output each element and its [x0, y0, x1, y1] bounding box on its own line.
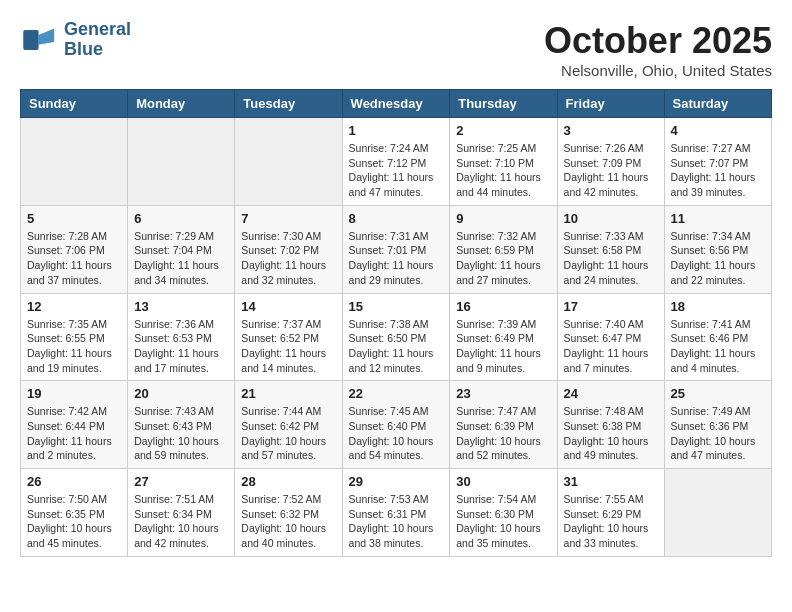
weekday-header-wednesday: Wednesday [342, 90, 450, 118]
day-info: Sunrise: 7:43 AM Sunset: 6:43 PM Dayligh… [134, 404, 228, 463]
calendar-cell: 1Sunrise: 7:24 AM Sunset: 7:12 PM Daylig… [342, 118, 450, 206]
day-info: Sunrise: 7:53 AM Sunset: 6:31 PM Dayligh… [349, 492, 444, 551]
day-info: Sunrise: 7:41 AM Sunset: 6:46 PM Dayligh… [671, 317, 765, 376]
calendar-cell [128, 118, 235, 206]
day-number: 20 [134, 386, 228, 401]
svg-marker-3 [38, 28, 54, 44]
calendar-cell: 9Sunrise: 7:32 AM Sunset: 6:59 PM Daylig… [450, 205, 557, 293]
title-block: October 2025 Nelsonville, Ohio, United S… [544, 20, 772, 79]
day-info: Sunrise: 7:55 AM Sunset: 6:29 PM Dayligh… [564, 492, 658, 551]
day-info: Sunrise: 7:42 AM Sunset: 6:44 PM Dayligh… [27, 404, 121, 463]
weekday-header-sunday: Sunday [21, 90, 128, 118]
day-number: 29 [349, 474, 444, 489]
weekday-header-row: SundayMondayTuesdayWednesdayThursdayFrid… [21, 90, 772, 118]
calendar-cell: 29Sunrise: 7:53 AM Sunset: 6:31 PM Dayli… [342, 469, 450, 557]
page-header: General Blue October 2025 Nelsonville, O… [20, 20, 772, 79]
logo-text: General Blue [64, 20, 131, 60]
day-number: 26 [27, 474, 121, 489]
calendar-cell: 25Sunrise: 7:49 AM Sunset: 6:36 PM Dayli… [664, 381, 771, 469]
day-number: 7 [241, 211, 335, 226]
day-info: Sunrise: 7:52 AM Sunset: 6:32 PM Dayligh… [241, 492, 335, 551]
svg-rect-1 [24, 30, 38, 49]
day-number: 28 [241, 474, 335, 489]
day-number: 4 [671, 123, 765, 138]
calendar-cell [664, 469, 771, 557]
calendar-cell: 16Sunrise: 7:39 AM Sunset: 6:49 PM Dayli… [450, 293, 557, 381]
day-number: 18 [671, 299, 765, 314]
calendar-cell: 8Sunrise: 7:31 AM Sunset: 7:01 PM Daylig… [342, 205, 450, 293]
day-number: 12 [27, 299, 121, 314]
calendar-table: SundayMondayTuesdayWednesdayThursdayFrid… [20, 89, 772, 557]
weekday-header-saturday: Saturday [664, 90, 771, 118]
calendar-cell: 19Sunrise: 7:42 AM Sunset: 6:44 PM Dayli… [21, 381, 128, 469]
day-info: Sunrise: 7:26 AM Sunset: 7:09 PM Dayligh… [564, 141, 658, 200]
calendar-cell: 5Sunrise: 7:28 AM Sunset: 7:06 PM Daylig… [21, 205, 128, 293]
calendar-cell: 24Sunrise: 7:48 AM Sunset: 6:38 PM Dayli… [557, 381, 664, 469]
calendar-cell: 30Sunrise: 7:54 AM Sunset: 6:30 PM Dayli… [450, 469, 557, 557]
weekday-header-friday: Friday [557, 90, 664, 118]
calendar-cell: 28Sunrise: 7:52 AM Sunset: 6:32 PM Dayli… [235, 469, 342, 557]
day-info: Sunrise: 7:25 AM Sunset: 7:10 PM Dayligh… [456, 141, 550, 200]
day-number: 9 [456, 211, 550, 226]
calendar-cell: 31Sunrise: 7:55 AM Sunset: 6:29 PM Dayli… [557, 469, 664, 557]
day-info: Sunrise: 7:45 AM Sunset: 6:40 PM Dayligh… [349, 404, 444, 463]
weekday-header-thursday: Thursday [450, 90, 557, 118]
calendar-cell: 3Sunrise: 7:26 AM Sunset: 7:09 PM Daylig… [557, 118, 664, 206]
calendar-week-row: 5Sunrise: 7:28 AM Sunset: 7:06 PM Daylig… [21, 205, 772, 293]
day-info: Sunrise: 7:37 AM Sunset: 6:52 PM Dayligh… [241, 317, 335, 376]
day-info: Sunrise: 7:44 AM Sunset: 6:42 PM Dayligh… [241, 404, 335, 463]
day-info: Sunrise: 7:51 AM Sunset: 6:34 PM Dayligh… [134, 492, 228, 551]
day-info: Sunrise: 7:33 AM Sunset: 6:58 PM Dayligh… [564, 229, 658, 288]
day-info: Sunrise: 7:38 AM Sunset: 6:50 PM Dayligh… [349, 317, 444, 376]
day-info: Sunrise: 7:32 AM Sunset: 6:59 PM Dayligh… [456, 229, 550, 288]
calendar-cell: 23Sunrise: 7:47 AM Sunset: 6:39 PM Dayli… [450, 381, 557, 469]
day-info: Sunrise: 7:24 AM Sunset: 7:12 PM Dayligh… [349, 141, 444, 200]
calendar-cell: 26Sunrise: 7:50 AM Sunset: 6:35 PM Dayli… [21, 469, 128, 557]
month-title: October 2025 [544, 20, 772, 62]
weekday-header-monday: Monday [128, 90, 235, 118]
logo: General Blue [20, 20, 131, 60]
calendar-cell: 4Sunrise: 7:27 AM Sunset: 7:07 PM Daylig… [664, 118, 771, 206]
calendar-cell: 17Sunrise: 7:40 AM Sunset: 6:47 PM Dayli… [557, 293, 664, 381]
day-number: 23 [456, 386, 550, 401]
day-info: Sunrise: 7:48 AM Sunset: 6:38 PM Dayligh… [564, 404, 658, 463]
day-number: 24 [564, 386, 658, 401]
calendar-cell: 27Sunrise: 7:51 AM Sunset: 6:34 PM Dayli… [128, 469, 235, 557]
calendar-cell [21, 118, 128, 206]
calendar-cell: 2Sunrise: 7:25 AM Sunset: 7:10 PM Daylig… [450, 118, 557, 206]
day-number: 21 [241, 386, 335, 401]
calendar-cell: 6Sunrise: 7:29 AM Sunset: 7:04 PM Daylig… [128, 205, 235, 293]
calendar-cell: 15Sunrise: 7:38 AM Sunset: 6:50 PM Dayli… [342, 293, 450, 381]
day-number: 2 [456, 123, 550, 138]
day-number: 5 [27, 211, 121, 226]
day-number: 17 [564, 299, 658, 314]
calendar-cell: 18Sunrise: 7:41 AM Sunset: 6:46 PM Dayli… [664, 293, 771, 381]
day-number: 27 [134, 474, 228, 489]
day-number: 11 [671, 211, 765, 226]
day-info: Sunrise: 7:31 AM Sunset: 7:01 PM Dayligh… [349, 229, 444, 288]
day-number: 13 [134, 299, 228, 314]
day-number: 8 [349, 211, 444, 226]
calendar-week-row: 1Sunrise: 7:24 AM Sunset: 7:12 PM Daylig… [21, 118, 772, 206]
day-info: Sunrise: 7:27 AM Sunset: 7:07 PM Dayligh… [671, 141, 765, 200]
location-subtitle: Nelsonville, Ohio, United States [544, 62, 772, 79]
weekday-header-tuesday: Tuesday [235, 90, 342, 118]
calendar-cell: 14Sunrise: 7:37 AM Sunset: 6:52 PM Dayli… [235, 293, 342, 381]
calendar-cell: 20Sunrise: 7:43 AM Sunset: 6:43 PM Dayli… [128, 381, 235, 469]
logo-line1: General [64, 20, 131, 40]
calendar-cell: 13Sunrise: 7:36 AM Sunset: 6:53 PM Dayli… [128, 293, 235, 381]
day-info: Sunrise: 7:49 AM Sunset: 6:36 PM Dayligh… [671, 404, 765, 463]
day-number: 14 [241, 299, 335, 314]
day-info: Sunrise: 7:30 AM Sunset: 7:02 PM Dayligh… [241, 229, 335, 288]
day-info: Sunrise: 7:36 AM Sunset: 6:53 PM Dayligh… [134, 317, 228, 376]
day-number: 6 [134, 211, 228, 226]
day-number: 10 [564, 211, 658, 226]
day-info: Sunrise: 7:28 AM Sunset: 7:06 PM Dayligh… [27, 229, 121, 288]
day-number: 30 [456, 474, 550, 489]
calendar-week-row: 19Sunrise: 7:42 AM Sunset: 6:44 PM Dayli… [21, 381, 772, 469]
day-info: Sunrise: 7:54 AM Sunset: 6:30 PM Dayligh… [456, 492, 550, 551]
day-number: 19 [27, 386, 121, 401]
day-info: Sunrise: 7:47 AM Sunset: 6:39 PM Dayligh… [456, 404, 550, 463]
calendar-cell: 22Sunrise: 7:45 AM Sunset: 6:40 PM Dayli… [342, 381, 450, 469]
calendar-week-row: 12Sunrise: 7:35 AM Sunset: 6:55 PM Dayli… [21, 293, 772, 381]
